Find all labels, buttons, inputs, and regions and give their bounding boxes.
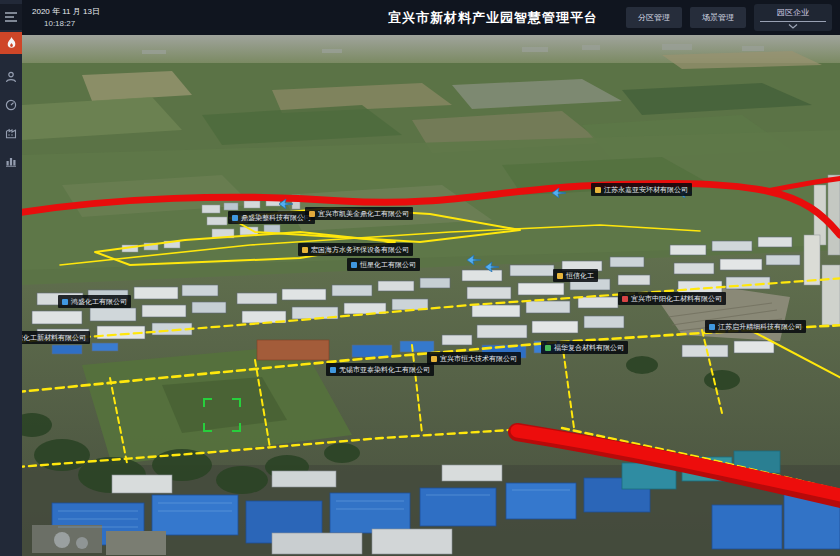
sidebar	[0, 0, 22, 556]
company-marker-icon	[709, 324, 715, 330]
page-title: 宜兴市新材料产业园智慧管理平台	[388, 9, 598, 27]
chevron-down-icon	[788, 24, 798, 29]
company-label[interactable]: 宜兴市中阳化工材料有限公司	[618, 292, 726, 305]
company-marker-icon	[62, 299, 68, 305]
company-label-text: 宜兴市恒大技术有限公司	[440, 355, 517, 362]
scene-management-button[interactable]: 场景管理	[690, 7, 746, 28]
plane-marker-icon[interactable]	[551, 184, 567, 195]
selection-box	[203, 398, 241, 432]
dropdown-divider	[760, 21, 826, 22]
app-window: 2020 年 11 月 13日 10:18:27 宜兴市新材料产业园智慧管理平台…	[0, 0, 840, 556]
dropdown-label: 园区企业	[777, 7, 809, 18]
company-label-text: 江苏永嘉亚安环材有限公司	[604, 186, 688, 193]
map-overlay: 鼎盛染整科技有限公司宜兴市凯美金鼎化工有限公司宏国海方水务环保设备有限公司恒星化…	[22, 35, 840, 556]
datetime: 2020 年 11 月 13日 10:18:27	[32, 6, 100, 30]
date-text: 2020 年 11 月 13日	[32, 6, 100, 18]
company-label[interactable]: 鼎盛染整科技有限公司	[228, 211, 315, 224]
company-label[interactable]: 鸿盛化工有限公司	[58, 295, 131, 308]
company-label-text: 江苏启升精细科技有限公司	[718, 323, 802, 330]
selection-corner	[232, 398, 241, 407]
company-label[interactable]: 恒信化工	[553, 269, 598, 282]
company-label-text: 无锡市亚泰染料化工有限公司	[339, 366, 430, 373]
company-marker-icon	[545, 345, 551, 351]
selection-corner	[232, 423, 241, 432]
map-3d-view[interactable]: 鼎盛染整科技有限公司宜兴市凯美金鼎化工有限公司宏国海方水务环保设备有限公司恒星化…	[22, 35, 840, 556]
gauge-icon[interactable]	[0, 94, 22, 116]
company-label-text: 宜兴市凯美金鼎化工有限公司	[318, 210, 409, 217]
main-column: 2020 年 11 月 13日 10:18:27 宜兴市新材料产业园智慧管理平台…	[22, 0, 840, 556]
company-label[interactable]: 江苏永嘉亚安环材有限公司	[591, 183, 692, 196]
plane-marker-icon[interactable]	[466, 251, 482, 262]
park-enterprise-dropdown[interactable]: 园区企业	[754, 4, 832, 31]
bar-chart-icon[interactable]	[0, 150, 22, 172]
factory-icon[interactable]	[0, 122, 22, 144]
company-marker-icon	[232, 215, 238, 221]
company-label[interactable]: 福华复合材料有限公司	[541, 341, 628, 354]
company-label-text: 宜兴市中阳化工材料有限公司	[631, 295, 722, 302]
menu-icon[interactable]	[0, 4, 22, 30]
zone-management-button[interactable]: 分区管理	[626, 7, 682, 28]
company-label[interactable]: 宜兴市恒大技术有限公司	[427, 352, 521, 365]
top-bar: 2020 年 11 月 13日 10:18:27 宜兴市新材料产业园智慧管理平台…	[22, 0, 840, 35]
company-label[interactable]: 宏国海方水务环保设备有限公司	[298, 243, 413, 256]
header-actions: 分区管理 场景管理 园区企业	[626, 0, 832, 35]
user-icon[interactable]	[0, 66, 22, 88]
company-label-text: 福华复合材料有限公司	[554, 344, 624, 351]
company-label-text: 鸿盛化工有限公司	[71, 298, 127, 305]
selection-corner	[203, 423, 212, 432]
company-marker-icon	[595, 187, 601, 193]
company-label[interactable]: 恒星化工有限公司	[347, 258, 420, 271]
company-marker-icon	[330, 367, 336, 373]
company-marker-icon	[622, 296, 628, 302]
company-label[interactable]: 无锡市亚泰染料化工有限公司	[326, 363, 434, 376]
company-marker-icon	[431, 356, 437, 362]
company-marker-icon	[351, 262, 357, 268]
selection-corner	[203, 398, 212, 407]
time-text: 10:18:27	[32, 18, 100, 30]
company-label[interactable]: 宜兴市凯美金鼎化工有限公司	[305, 207, 413, 220]
company-label-text: 鼎盛染整科技有限公司	[241, 214, 311, 221]
company-marker-icon	[302, 247, 308, 253]
company-label[interactable]: 苏源化工新材料有限公司	[22, 331, 90, 344]
company-label-text: 宏国海方水务环保设备有限公司	[311, 246, 409, 253]
company-label-text: 苏源化工新材料有限公司	[22, 334, 86, 341]
flame-icon[interactable]	[0, 32, 22, 54]
plane-marker-icon[interactable]	[278, 195, 294, 206]
company-marker-icon	[557, 273, 563, 279]
company-label[interactable]: 江苏启升精细科技有限公司	[705, 320, 806, 333]
company-marker-icon	[309, 211, 315, 217]
company-label-text: 恒信化工	[566, 272, 594, 279]
plane-marker-icon[interactable]	[484, 258, 500, 269]
company-label-text: 恒星化工有限公司	[360, 261, 416, 268]
